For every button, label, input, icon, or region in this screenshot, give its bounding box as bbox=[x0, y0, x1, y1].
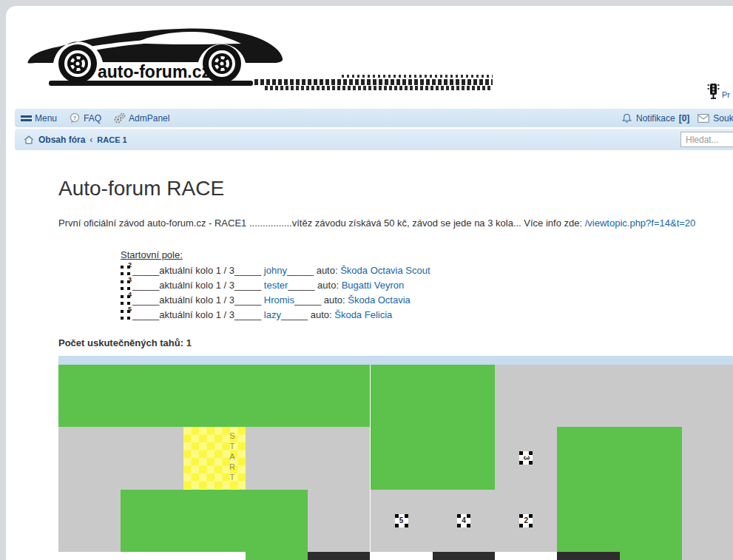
navbar-right: Notifikace [0] Soukro bbox=[621, 109, 733, 127]
racer-auto-text: _____ auto: bbox=[288, 280, 341, 291]
admpanel-label: AdmPanel bbox=[129, 113, 169, 124]
starting-grid-heading: Startovní pole: bbox=[121, 249, 183, 260]
race-intro: První oficiální závod auto-forum.cz - RA… bbox=[58, 217, 695, 229]
racer-row: 4 _____aktuální kolo 1 / 3_____ Hromis__… bbox=[121, 292, 430, 307]
starting-grid-list: 2 _____aktuální kolo 1 / 3_____ johny___… bbox=[121, 263, 430, 322]
breadcrumb-forum-index[interactable]: Obsah fóra bbox=[38, 135, 85, 145]
racer-auto-text: _____ auto: bbox=[294, 294, 348, 306]
page-title: Auto-forum RACE bbox=[58, 177, 224, 200]
racer-car-icon: 5 bbox=[121, 310, 130, 320]
map-tile-track bbox=[308, 427, 370, 489]
map-tile-grass bbox=[121, 490, 183, 552]
map-tile-track bbox=[308, 490, 370, 552]
racer-name-link[interactable]: tester bbox=[264, 280, 288, 291]
racer-lap-text: _____aktuální kolo 1 / 3_____ bbox=[132, 265, 264, 276]
racer-name-link[interactable]: johny bbox=[264, 265, 287, 276]
top-right-links: Pr bbox=[707, 82, 730, 100]
racer-lap-text: _____aktuální kolo 1 / 3_____ bbox=[132, 294, 264, 306]
map-tile-track bbox=[58, 490, 121, 552]
breadcrumb-bar: Obsah fóra ‹ RACE 1 bbox=[15, 129, 733, 150]
map-tile-grass bbox=[620, 552, 682, 560]
racer-name-link[interactable]: Hromis bbox=[264, 294, 294, 306]
map-tile-grass bbox=[620, 427, 682, 489]
map-tile-grass bbox=[371, 427, 433, 489]
map-tile-track bbox=[682, 427, 733, 489]
map-tile-start: START bbox=[183, 427, 246, 489]
map-tile-grass bbox=[58, 365, 121, 427]
home-icon bbox=[24, 135, 34, 145]
notifications-count-badge[interactable]: [0] bbox=[679, 113, 690, 124]
racer-car-link[interactable]: Bugatti Veyron bbox=[342, 280, 405, 291]
map-tile-wall bbox=[433, 552, 495, 560]
map-tile-wall bbox=[557, 552, 619, 560]
map-tile-track bbox=[495, 365, 557, 427]
map-tile-grass bbox=[183, 490, 246, 552]
racer-row: 5 _____aktuální kolo 1 / 3_____ lazy____… bbox=[121, 307, 430, 322]
breadcrumb: Obsah fóra ‹ RACE 1 bbox=[24, 129, 127, 150]
racer-number: 3 bbox=[128, 277, 132, 283]
map-tile-track bbox=[557, 365, 619, 427]
map-tile-grass bbox=[246, 552, 308, 560]
map-tile-grass bbox=[433, 365, 495, 427]
top-right-link[interactable]: Pr bbox=[722, 90, 730, 100]
map-tile-wall bbox=[308, 552, 370, 560]
gears-icon bbox=[113, 112, 126, 124]
logo-site-name: auto-forum.cz bbox=[98, 62, 210, 81]
menu-icon bbox=[21, 115, 32, 122]
map-tile-grass bbox=[246, 365, 308, 427]
map-tile-track bbox=[682, 365, 733, 427]
racer-row: 2 _____aktuální kolo 1 / 3_____ johny___… bbox=[121, 263, 430, 277]
racer-number: 2 bbox=[128, 262, 132, 269]
bell-icon bbox=[621, 112, 632, 124]
private-messages-label: Soukro bbox=[713, 113, 733, 124]
notifications-label: Notifikace bbox=[636, 113, 675, 124]
faq-label: FAQ bbox=[84, 113, 101, 124]
racer-row: 3 _____aktuální kolo 1 / 3_____ tester__… bbox=[121, 277, 430, 292]
navbar-left: Menu ? FAQ bbox=[21, 109, 169, 127]
racer-number: 4 bbox=[128, 291, 132, 298]
racer-name-link[interactable]: lazy bbox=[264, 309, 281, 320]
map-tile-white bbox=[121, 552, 183, 560]
racer-number: 5 bbox=[128, 306, 132, 313]
breadcrumb-separator: ‹ bbox=[89, 135, 92, 145]
map-tile-grass bbox=[433, 427, 495, 489]
menu-button[interactable]: Menu bbox=[21, 113, 57, 124]
admpanel-link[interactable]: AdmPanel bbox=[113, 112, 169, 124]
map-tile-white bbox=[495, 552, 557, 560]
map-tile-track bbox=[620, 365, 682, 427]
racer-car-icon: 2 bbox=[121, 266, 130, 275]
racer-car-link[interactable]: Škoda Octavia Scout bbox=[340, 265, 430, 276]
car-marker-3: 3 bbox=[519, 451, 533, 465]
faq-link[interactable]: ? FAQ bbox=[69, 112, 101, 124]
map-tile-track bbox=[58, 427, 121, 489]
site-logo[interactable]: auto-forum.cz bbox=[24, 21, 493, 92]
car-marker-4: 4 bbox=[457, 514, 470, 527]
map-tile-track bbox=[246, 427, 308, 489]
page: auto-forum.cz Pr bbox=[0, 0, 733, 560]
navbar: Menu ? FAQ bbox=[15, 109, 733, 127]
racer-car-link[interactable]: Škoda Felicia bbox=[334, 309, 392, 320]
svg-text:?: ? bbox=[73, 115, 77, 121]
racer-lap-text: _____aktuální kolo 1 / 3_____ bbox=[132, 309, 264, 320]
racer-auto-text: _____ auto: bbox=[287, 265, 340, 276]
racer-car-link[interactable]: Škoda Octavia bbox=[348, 294, 411, 306]
racer-car-icon: 3 bbox=[121, 280, 130, 290]
map-tile-white bbox=[371, 552, 433, 560]
map-tile-grass bbox=[557, 427, 619, 489]
map-tile-track bbox=[682, 552, 733, 560]
breadcrumb-current[interactable]: RACE 1 bbox=[97, 135, 126, 144]
faq-icon: ? bbox=[69, 112, 81, 124]
search-input[interactable] bbox=[680, 132, 733, 147]
notifications-link[interactable]: Notifikace bbox=[636, 113, 675, 124]
traffic-light-icon bbox=[707, 82, 720, 100]
moves-counter: Počet uskutečněných tahů: 1 bbox=[58, 337, 192, 348]
car-marker-2: 2 bbox=[519, 514, 533, 527]
race-info-link[interactable]: /viewtopic.php?f=14&t=20 bbox=[585, 217, 696, 229]
race-intro-text: První oficiální závod auto-forum.cz - RA… bbox=[58, 217, 585, 229]
map-tile-grass bbox=[246, 490, 308, 552]
forum-panel: auto-forum.cz Pr bbox=[6, 6, 733, 560]
skid-marks-graphic bbox=[254, 76, 493, 88]
map-tile-white bbox=[183, 552, 246, 560]
private-messages-link[interactable]: Soukro bbox=[713, 113, 733, 124]
start-label: START bbox=[228, 431, 237, 482]
